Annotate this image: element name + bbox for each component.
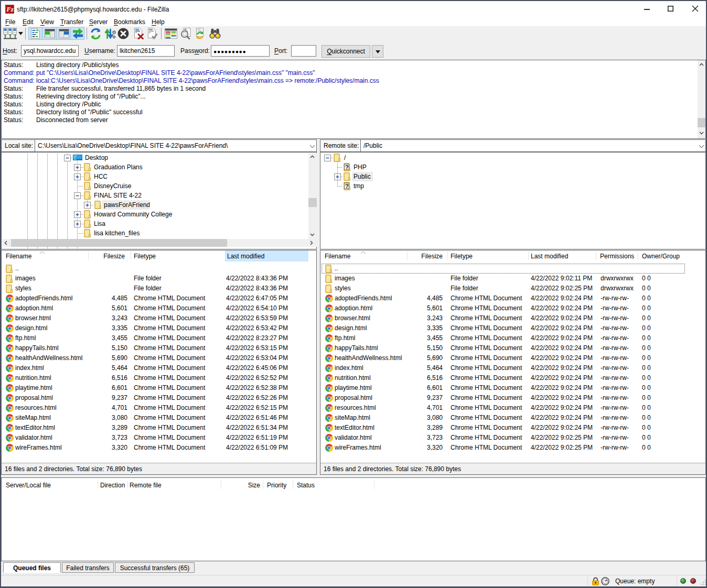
- svg-text:?: ?: [345, 183, 349, 189]
- svg-text:?: ?: [345, 164, 349, 170]
- svg-text:Fz: Fz: [6, 5, 14, 13]
